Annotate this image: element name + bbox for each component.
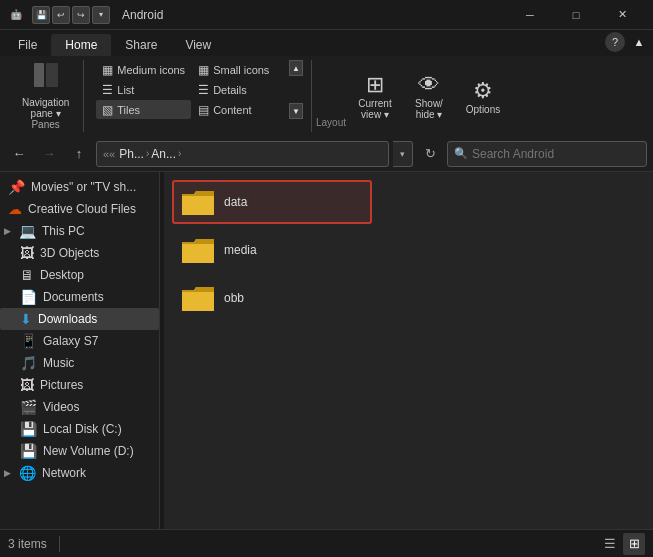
sidebar-item-3d-objects[interactable]: 🖼 3D Objects <box>0 242 159 264</box>
ribbon-tabs: File Home Share View ? ▲ <box>0 30 653 56</box>
close-button[interactable]: ✕ <box>599 0 645 30</box>
ribbon-content: Navigationpane ▾ Panes ▦ Medium icons ▦ … <box>0 56 653 136</box>
folder-icon-obb <box>180 282 216 314</box>
file-view: data media obb <box>164 172 653 529</box>
view-options-group: ⊞ Currentview ▾ 👁 Show/hide ▾ ⚙ Options <box>350 60 508 132</box>
file-name-media: media <box>224 243 257 257</box>
layout-scroll-down[interactable]: ▼ <box>289 103 303 119</box>
tab-share[interactable]: Share <box>111 34 171 56</box>
details-icon: ☰ <box>198 83 209 97</box>
current-view-icon: ⊞ <box>366 72 384 98</box>
search-box[interactable]: 🔍 <box>447 141 647 167</box>
sidebar-item-network[interactable]: ▶ 🌐 Network <box>0 462 159 484</box>
sidebar-item-pictures[interactable]: 🖼 Pictures <box>0 374 159 396</box>
title-bar: 🤖 💾 ↩ ↪ ▾ Android ─ □ ✕ <box>0 0 653 30</box>
file-item-media[interactable]: media <box>172 228 372 272</box>
qat-undo[interactable]: ↩ <box>52 6 70 24</box>
panes-label: Panes <box>31 119 59 132</box>
tab-home[interactable]: Home <box>51 34 111 56</box>
tab-file[interactable]: File <box>4 34 51 56</box>
path-part-1[interactable]: Ph... <box>119 147 144 161</box>
refresh-button[interactable]: ↻ <box>417 141 443 167</box>
sidebar-item-desktop[interactable]: 🖥 Desktop <box>0 264 159 286</box>
videos-icon: 🎬 <box>20 399 37 415</box>
music-icon: 🎵 <box>20 355 37 371</box>
documents-icon: 📄 <box>20 289 37 305</box>
options-icon: ⚙ <box>473 78 493 104</box>
nav-pane-icon <box>32 61 60 95</box>
address-bar: ← → ↑ «« Ph... › An... › ▾ ↻ 🔍 <box>0 136 653 172</box>
sidebar: 📌 Movies" or "TV sh... ☁ Creative Cloud … <box>0 172 160 529</box>
address-path[interactable]: «« Ph... › An... › <box>96 141 389 167</box>
small-icons-button[interactable]: ▦ Small icons <box>192 60 287 79</box>
title-bar-icons: 🤖 <box>8 7 24 23</box>
local-disk-c-icon: 💾 <box>20 421 37 437</box>
file-item-data[interactable]: data <box>172 180 372 224</box>
show-hide-button[interactable]: 👁 Show/hide ▾ <box>404 68 454 124</box>
options-button[interactable]: ⚙ Options <box>458 68 508 124</box>
network-icon: 🌐 <box>19 465 36 481</box>
sidebar-item-new-volume-d-label: New Volume (D:) <box>43 444 134 458</box>
movies-tv-icon: 📌 <box>8 179 25 195</box>
list-view-button[interactable]: ☰ <box>599 533 621 555</box>
layout-scroll: ▲ ▼ <box>289 60 303 119</box>
sidebar-item-videos[interactable]: 🎬 Videos <box>0 396 159 418</box>
file-name-obb: obb <box>224 291 244 305</box>
path-part-2[interactable]: An... <box>151 147 176 161</box>
sidebar-item-galaxy-s7-label: Galaxy S7 <box>43 334 98 348</box>
sidebar-item-3d-objects-label: 3D Objects <box>40 246 99 260</box>
navigation-pane-button[interactable]: Navigationpane ▾ <box>16 62 75 118</box>
sidebar-item-documents[interactable]: 📄 Documents <box>0 286 159 308</box>
pictures-icon: 🖼 <box>20 377 34 393</box>
status-separator <box>59 536 60 552</box>
sidebar-item-documents-label: Documents <box>43 290 104 304</box>
this-pc-expand: ▶ <box>4 226 11 236</box>
tab-view[interactable]: View <box>171 34 225 56</box>
desktop-icon: 🖥 <box>20 267 34 283</box>
search-icon: 🔍 <box>454 147 468 160</box>
tiles-button[interactable]: ▧ Tiles <box>96 100 191 119</box>
back-button[interactable]: ← <box>6 141 32 167</box>
panes-items: Navigationpane ▾ <box>16 60 75 119</box>
sidebar-item-downloads[interactable]: ⬇ Downloads <box>0 308 159 330</box>
sidebar-item-galaxy-s7[interactable]: 📱 Galaxy S7 <box>0 330 159 352</box>
search-input[interactable] <box>472 147 640 161</box>
layout-scroll-up[interactable]: ▲ <box>289 60 303 76</box>
minimize-button[interactable]: ─ <box>507 0 553 30</box>
icon-view-button[interactable]: ⊞ <box>623 533 645 555</box>
qat-dropdown[interactable]: ▾ <box>92 6 110 24</box>
sidebar-item-music[interactable]: 🎵 Music <box>0 352 159 374</box>
status-bar: 3 items ☰ ⊞ <box>0 529 653 557</box>
list-button[interactable]: ☰ List <box>96 80 191 99</box>
ribbon-expand[interactable]: ▲ <box>629 32 649 52</box>
current-view-button[interactable]: ⊞ Currentview ▾ <box>350 68 400 124</box>
creative-cloud-icon: ☁ <box>8 201 22 217</box>
ribbon-group-panes: Navigationpane ▾ Panes <box>8 60 84 132</box>
medium-icons-button[interactable]: ▦ Medium icons <box>96 60 191 79</box>
path-dropdown[interactable]: ▾ <box>393 141 413 167</box>
sidebar-item-this-pc[interactable]: ▶ 💻 This PC <box>0 220 159 242</box>
help-button[interactable]: ? <box>605 32 625 52</box>
layout-group-label: Layout <box>316 117 346 132</box>
ribbon-group-layout: ▦ Medium icons ▦ Small icons ☰ List ☰ De… <box>88 60 312 132</box>
new-volume-d-icon: 💾 <box>20 443 37 459</box>
main-area: 📌 Movies" or "TV sh... ☁ Creative Cloud … <box>0 172 653 529</box>
content-button[interactable]: ▤ Content <box>192 100 287 119</box>
sidebar-item-movies-tv[interactable]: 📌 Movies" or "TV sh... <box>0 176 159 198</box>
folder-icon-data <box>180 186 216 218</box>
sidebar-item-local-disk-c[interactable]: 💾 Local Disk (C:) <box>0 418 159 440</box>
sidebar-item-local-disk-c-label: Local Disk (C:) <box>43 422 122 436</box>
qat-save[interactable]: 💾 <box>32 6 50 24</box>
file-name-data: data <box>224 195 247 209</box>
downloads-icon: ⬇ <box>20 311 32 327</box>
file-item-obb[interactable]: obb <box>172 276 372 320</box>
sidebar-item-new-volume-d[interactable]: 💾 New Volume (D:) <box>0 440 159 462</box>
sidebar-item-creative-cloud[interactable]: ☁ Creative Cloud Files <box>0 198 159 220</box>
galaxy-s7-icon: 📱 <box>20 333 37 349</box>
qat-redo[interactable]: ↪ <box>72 6 90 24</box>
details-button[interactable]: ☰ Details <box>192 80 287 99</box>
maximize-button[interactable]: □ <box>553 0 599 30</box>
network-expand: ▶ <box>4 468 11 478</box>
up-button[interactable]: ↑ <box>66 141 92 167</box>
sidebar-item-downloads-label: Downloads <box>38 312 97 326</box>
